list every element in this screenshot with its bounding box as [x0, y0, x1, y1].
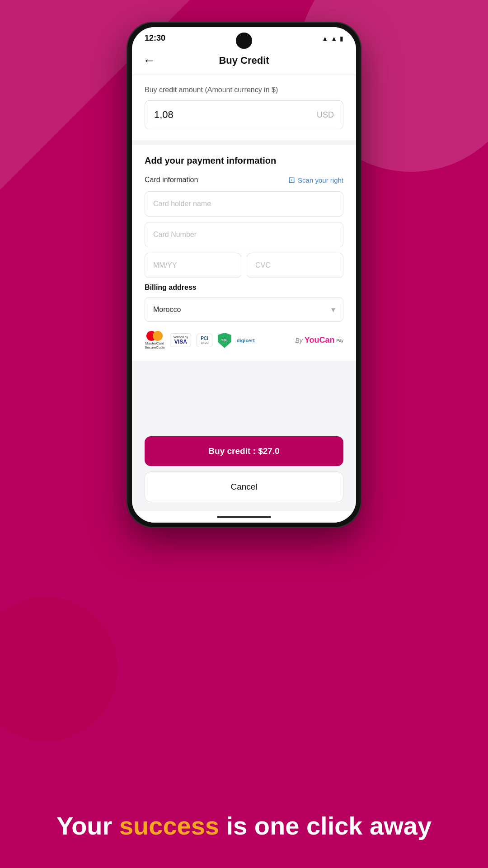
- amount-label: Buy credit amount (Amount currency in $): [145, 86, 343, 94]
- content-area: Buy credit amount (Amount currency in $)…: [132, 75, 356, 429]
- payment-section: Add your payment information Card inform…: [132, 145, 356, 361]
- card-holder-input[interactable]: [145, 191, 343, 217]
- cvc-input[interactable]: [247, 253, 343, 278]
- pci-dss-badge: PCI DSS: [197, 334, 212, 347]
- buy-credit-button[interactable]: Buy credit : $27.0: [145, 436, 343, 466]
- tagline-prefix: Your: [56, 811, 119, 840]
- status-time: 12:30: [145, 33, 165, 43]
- country-select-wrapper: Morocco ▾: [145, 297, 343, 322]
- digicert-badge: digicert: [237, 338, 255, 343]
- tagline-highlight: success: [119, 811, 219, 840]
- amount-section: Buy credit amount (Amount currency in $)…: [132, 75, 356, 140]
- expiry-input[interactable]: [145, 253, 241, 278]
- billing-label: Billing address: [145, 283, 343, 292]
- payment-section-title: Add your payment information: [145, 156, 343, 166]
- signal-icon: ▲: [331, 35, 337, 42]
- youcan-text: YouCan: [305, 335, 335, 345]
- country-select[interactable]: Morocco: [145, 297, 343, 322]
- scan-icon: ⊡: [288, 175, 295, 185]
- trust-badges: MasterCard SecureCode Verified by VISA P…: [145, 331, 343, 350]
- card-info-label: Card information: [145, 176, 198, 184]
- verified-visa-badge: Verified by VISA: [170, 333, 191, 347]
- card-info-row: Card information ⊡ Scan your right: [145, 175, 343, 185]
- camera-notch: [236, 33, 252, 49]
- youcan-pay-text: Pay: [336, 338, 343, 343]
- tagline-suffix: is one click away: [219, 811, 432, 840]
- bottom-actions: Buy credit : $27.0 Cancel: [132, 429, 356, 511]
- header: ← Buy Credit: [132, 47, 356, 75]
- mastercard-badge: MasterCard SecureCode: [145, 331, 164, 350]
- tagline: Your success is one click away: [0, 811, 488, 841]
- mc-orange-circle: [153, 331, 163, 341]
- phone-frame: 12:30 ▲ ▲ ▮ ← Buy Credit Buy credit amou…: [127, 22, 361, 528]
- bg-decoration-bottom: [0, 597, 117, 741]
- youcan-by-text: By: [295, 337, 302, 344]
- home-indicator: [132, 511, 356, 523]
- page-title: Buy Credit: [219, 55, 269, 66]
- home-bar: [217, 516, 271, 518]
- amount-currency: USD: [317, 110, 334, 120]
- scan-button[interactable]: ⊡ Scan your right: [288, 175, 343, 185]
- tagline-text: Your success is one click away: [27, 811, 461, 841]
- amount-value: 1,08: [154, 109, 174, 121]
- mastercard-text: MasterCard SecureCode: [145, 342, 164, 350]
- expiry-cvc-row: [145, 253, 343, 278]
- status-icons: ▲ ▲ ▮: [322, 35, 343, 42]
- amount-input-row[interactable]: 1,08 USD: [145, 100, 343, 129]
- card-number-input[interactable]: [145, 222, 343, 247]
- scan-label: Scan your right: [298, 176, 343, 184]
- back-button[interactable]: ←: [143, 53, 155, 68]
- phone-screen: 12:30 ▲ ▲ ▮ ← Buy Credit Buy credit amou…: [132, 27, 356, 523]
- ssl-badge: SSL: [218, 333, 231, 348]
- ssl-shield-icon: SSL: [218, 333, 231, 348]
- wifi-icon: ▲: [322, 35, 328, 42]
- youcan-badge: By YouCan Pay: [295, 335, 343, 345]
- battery-icon: ▮: [340, 35, 343, 42]
- cancel-button[interactable]: Cancel: [145, 472, 343, 502]
